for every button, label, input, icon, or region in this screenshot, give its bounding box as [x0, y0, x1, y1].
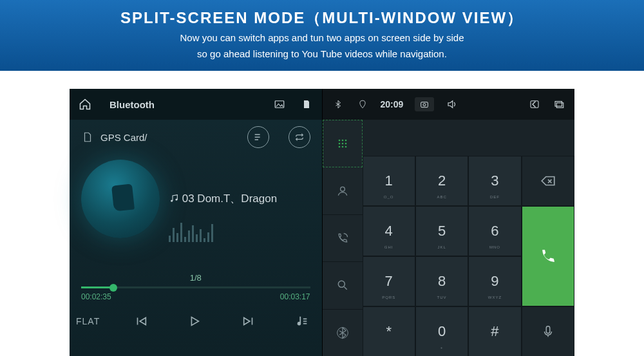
key-8[interactable]: 8TUV [415, 256, 468, 306]
svg-point-11 [338, 143, 340, 145]
key-2[interactable]: 2ABC [415, 156, 468, 206]
svg-point-10 [345, 140, 346, 142]
promo-banner: SPLIT-SCREEN MODE（MULTI-WINDOW VIEW） Now… [0, 0, 644, 71]
svg-point-12 [341, 143, 343, 145]
total-time: 00:03:17 [280, 292, 310, 301]
svg-rect-3 [421, 102, 428, 108]
camera-icon[interactable] [415, 97, 434, 111]
track-counter: 1/8 [81, 273, 310, 283]
svg-point-9 [341, 140, 343, 142]
key-0[interactable]: 0+ [415, 306, 468, 356]
back-nav-icon[interactable] [528, 98, 541, 111]
key-6[interactable]: 6MNO [468, 206, 521, 256]
svg-point-2 [175, 198, 177, 200]
key-star[interactable]: * [363, 306, 415, 356]
svg-point-17 [340, 187, 345, 191]
number-readout [363, 120, 575, 156]
folder-path[interactable]: GPS Card/ [100, 132, 147, 143]
equalizer-visual [169, 219, 310, 242]
contacts-tab[interactable] [323, 167, 363, 214]
playlist-button[interactable] [247, 126, 269, 148]
volume-icon[interactable] [446, 98, 459, 111]
split-screen: Bluetooth GPS Card/ [70, 89, 574, 356]
svg-point-15 [341, 146, 343, 148]
key-7[interactable]: 7PQRS [363, 256, 415, 306]
svg-point-16 [345, 146, 346, 148]
sd-icon[interactable] [300, 98, 313, 111]
call-button[interactable] [522, 206, 574, 306]
key-9[interactable]: 9WXYZ [468, 256, 521, 306]
key-4[interactable]: 4GHI [363, 206, 415, 256]
search-tab[interactable] [323, 262, 363, 309]
play-button[interactable] [182, 311, 207, 332]
transport-controls: FLAT [70, 301, 322, 337]
left-statusbar: Bluetooth [70, 89, 322, 120]
svg-point-4 [423, 104, 426, 106]
key-hash[interactable]: # [468, 306, 521, 356]
album-art [81, 160, 160, 238]
dial-area: 1O_O 2ABC 3DEF 4GHI 5JKL 6MNO 7PQRS 8TUV… [363, 120, 575, 356]
prev-button[interactable] [128, 311, 154, 332]
svg-rect-7 [556, 103, 564, 108]
clock: 20:09 [381, 99, 404, 109]
progress-area: 1/8 00:02:35 00:03:17 [81, 273, 310, 301]
banner-subtitle-2: so go ahead listening to You Tube videos… [0, 47, 644, 61]
right-statusbar: 20:09 [323, 89, 575, 120]
elapsed-time: 00:02:35 [81, 292, 111, 301]
location-icon [356, 98, 369, 111]
banner-title: SPLIT-SCREEN MODE（MULTI-WINDOW VIEW） [0, 8, 644, 28]
phone-app: 20:09 1O_O 2ABC 3DEF [323, 89, 575, 356]
svg-point-18 [338, 281, 345, 288]
bluetooth-icon [332, 98, 345, 111]
svg-point-13 [345, 143, 346, 145]
banner-subtitle-1: Now you can switch apps and tun two apps… [0, 31, 644, 44]
home-icon[interactable] [79, 98, 91, 111]
svg-point-1 [171, 200, 173, 201]
key-1[interactable]: 1O_O [363, 156, 415, 206]
svg-point-14 [338, 146, 340, 148]
path-row: GPS Card/ [81, 120, 310, 155]
svg-point-19 [337, 327, 348, 338]
music-menu-button[interactable] [289, 311, 315, 332]
music-app: Bluetooth GPS Card/ [70, 89, 323, 356]
svg-rect-0 [275, 101, 284, 108]
key-5[interactable]: 5JKL [415, 206, 468, 256]
next-button[interactable] [236, 311, 261, 332]
backspace-key[interactable] [522, 156, 574, 206]
svg-point-8 [338, 140, 340, 142]
voice-input-key[interactable] [522, 306, 574, 356]
app-title: Bluetooth [109, 99, 155, 110]
phone-tabs [323, 120, 363, 356]
svg-rect-20 [546, 326, 550, 333]
key-3[interactable]: 3DEF [468, 156, 521, 206]
recent-apps-icon[interactable] [553, 98, 565, 111]
dialpad-tab[interactable] [323, 120, 363, 167]
svg-rect-6 [555, 102, 562, 107]
track-title: 03 Dom.T、Dragon [169, 191, 310, 206]
sd-card-icon [81, 131, 94, 144]
repeat-button[interactable] [289, 126, 310, 148]
svg-rect-5 [531, 101, 538, 108]
eq-mode[interactable]: FLAT [76, 316, 100, 326]
bt-settings-tab[interactable] [323, 310, 363, 356]
progress-bar[interactable] [81, 286, 310, 288]
keypad: 1O_O 2ABC 3DEF 4GHI 5JKL 6MNO 7PQRS 8TUV… [363, 156, 575, 356]
picture-icon[interactable] [273, 98, 286, 111]
recent-calls-tab[interactable] [323, 215, 363, 262]
